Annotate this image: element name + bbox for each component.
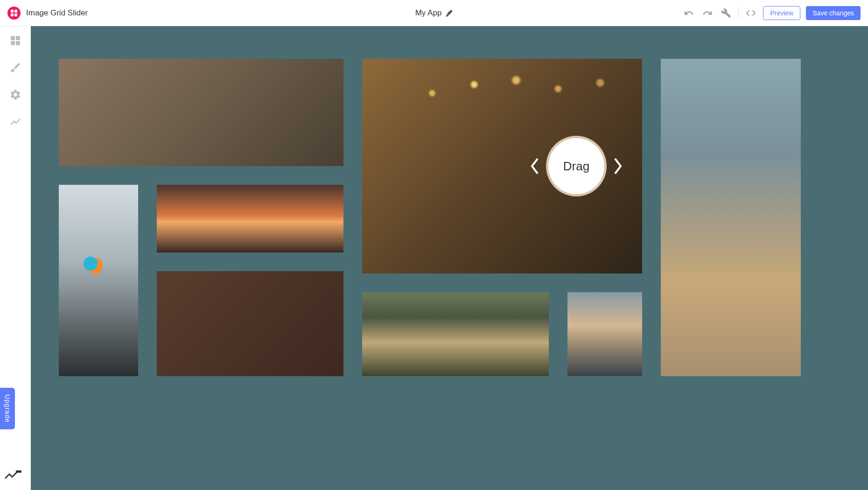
grid-image-wine-hands[interactable]: [157, 271, 343, 376]
svg-rect-1: [14, 10, 17, 13]
toolbar-left: Image Grid Slider: [7, 7, 88, 20]
top-toolbar: Image Grid Slider My App: [0, 0, 868, 26]
image-grid-slider: Drag: [59, 59, 840, 457]
build-icon[interactable]: [720, 7, 733, 20]
app-name-container[interactable]: My App: [415, 8, 453, 18]
grid-image-sunset[interactable]: [157, 185, 343, 252]
slider-next-arrow-icon[interactable]: [612, 157, 623, 175]
code-view-button[interactable]: [744, 7, 757, 20]
plugin-logo-icon[interactable]: [7, 7, 21, 20]
svg-rect-2: [11, 14, 14, 16]
drag-handle[interactable]: Drag: [546, 136, 607, 196]
svg-rect-0: [11, 10, 14, 13]
editor-canvas: Drag: [31, 26, 868, 490]
slider-controls: Drag: [529, 136, 623, 196]
grid-image-group-photo[interactable]: [59, 59, 343, 166]
svg-rect-4: [16, 470, 21, 473]
grid-image-airplane[interactable]: [567, 292, 642, 376]
grid-image-restaurant-toast[interactable]: Drag: [362, 59, 642, 273]
upgrade-button[interactable]: Upgrade: [0, 388, 15, 429]
grid-image-dog[interactable]: [661, 59, 801, 376]
grid-image-leopard[interactable]: [362, 292, 549, 376]
brush-icon[interactable]: [9, 62, 21, 74]
undo-button[interactable]: [682, 7, 695, 20]
slider-prev-arrow-icon[interactable]: [529, 157, 540, 175]
svg-rect-3: [14, 14, 17, 16]
app-name-label: My App: [415, 8, 442, 18]
edit-pencil-icon[interactable]: [445, 9, 453, 17]
toolbar-right: Preview Save changes: [682, 6, 861, 20]
layout-grid-icon[interactable]: [9, 35, 21, 47]
preview-button[interactable]: Preview: [763, 6, 800, 20]
plugin-name-label: Image Grid Slider: [26, 8, 88, 18]
powr-brand-icon[interactable]: [4, 469, 22, 481]
toolbar-divider: [738, 7, 739, 19]
redo-button[interactable]: [701, 7, 714, 20]
settings-gear-icon[interactable]: [9, 89, 21, 101]
grid-image-skis[interactable]: [59, 185, 138, 376]
analytics-chart-icon[interactable]: [9, 116, 21, 128]
save-changes-button[interactable]: Save changes: [806, 6, 861, 20]
